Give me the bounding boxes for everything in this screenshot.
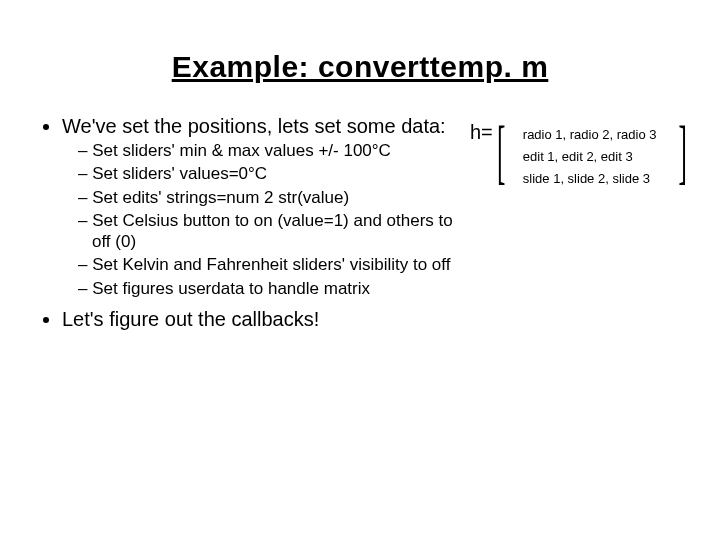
right-bracket-icon: ] — [678, 120, 686, 182]
sub-bullet-text: Set edits' strings=num 2 str(value) — [92, 188, 349, 207]
sub-bullet-item: Set figures userdata to handle matrix — [78, 278, 470, 299]
matrix-body: radio 1, radio 2, radio 3 edit 1, edit 2… — [521, 120, 663, 190]
sub-bullet-text: Set Kelvin and Fahrenheit sliders' visib… — [92, 255, 450, 274]
sub-bullet-item: Set Celsius button to on (value=1) and o… — [78, 210, 470, 253]
bullet-text: We've set the positions, lets set some d… — [62, 115, 446, 137]
sub-bullet-item: Set Kelvin and Fahrenheit sliders' visib… — [78, 254, 470, 275]
sub-bullet-text: Set figures userdata to handle matrix — [92, 279, 370, 298]
bullet-item: We've set the positions, lets set some d… — [62, 114, 470, 299]
slide-title: Example: converttemp. m — [40, 50, 680, 84]
matrix-row: edit 1, edit 2, edit 3 — [523, 146, 657, 168]
sub-bullet-text: Set Celsius button to on (value=1) and o… — [92, 211, 453, 251]
bullet-item: Let's figure out the callbacks! — [62, 307, 470, 331]
sub-bullet-item: Set edits' strings=num 2 str(value) — [78, 187, 470, 208]
left-bracket-icon: [ — [497, 120, 505, 182]
bullet-list: We've set the positions, lets set some d… — [40, 114, 470, 331]
content-column: We've set the positions, lets set some d… — [40, 114, 470, 335]
matrix-row: radio 1, radio 2, radio 3 — [523, 124, 657, 146]
sub-bullet-text: Set sliders' min & max values +/- 100°C — [92, 141, 391, 160]
slide: Example: converttemp. m We've set the po… — [0, 0, 720, 540]
sub-bullet-list: Set sliders' min & max values +/- 100°C … — [62, 140, 470, 299]
sub-bullet-text: Set sliders' values=0°C — [92, 164, 267, 183]
matrix-row: slide 1, slide 2, slide 3 — [523, 168, 657, 190]
sub-bullet-item: Set sliders' values=0°C — [78, 163, 470, 184]
sub-bullet-item: Set sliders' min & max values +/- 100°C — [78, 140, 470, 161]
matrix-column: h= [ radio 1, radio 2, radio 3 edit 1, e… — [470, 114, 720, 190]
bullet-text: Let's figure out the callbacks! — [62, 308, 319, 330]
body-columns: We've set the positions, lets set some d… — [40, 114, 680, 335]
matrix-lhs: h= — [470, 122, 497, 142]
